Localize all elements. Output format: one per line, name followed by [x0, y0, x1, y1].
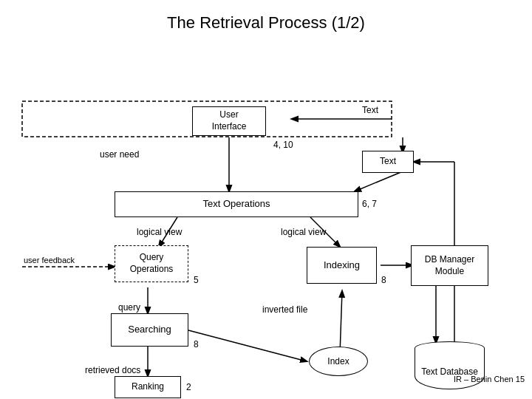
footer-label: IR – Berlin Chen 15 [454, 375, 525, 383]
num-8-index-label: 8 [381, 275, 386, 285]
logical-view-right-label: logical view [281, 227, 326, 237]
svg-line-4 [355, 171, 403, 191]
num-6-7-label: 6, 7 [362, 199, 377, 209]
text-database-cylinder: Text Database [411, 341, 488, 393]
query-operations-box: Query Operations [115, 245, 188, 282]
ranking-box: Ranking [115, 376, 181, 398]
retrieved-docs-label: retrieved docs [85, 365, 140, 375]
query-label: query [118, 302, 140, 313]
db-manager-box: DB Manager Module [411, 245, 488, 286]
num-5-label: 5 [194, 275, 199, 285]
inverted-file-label: inverted file [262, 304, 307, 315]
text-operations-box: Text Operations [115, 191, 358, 217]
text-right-box: Text [362, 151, 414, 173]
logical-view-left-label: logical view [137, 227, 182, 237]
text-top-label: Text [362, 105, 378, 115]
page-title: The Retrieval Process (1/2) [0, 0, 532, 40]
num-2-label: 2 [186, 382, 191, 392]
num-4-10-label: 4, 10 [273, 140, 293, 150]
indexing-box: Indexing [307, 247, 377, 284]
svg-line-9 [340, 291, 342, 354]
num-8-search-label: 8 [194, 339, 199, 349]
user-need-label: user need [100, 149, 139, 160]
user-interface-box: User Interface [192, 106, 266, 136]
svg-line-8 [188, 330, 307, 361]
index-box: Index [309, 347, 368, 376]
searching-box: Searching [111, 313, 188, 347]
user-feedback-label: user feedback [24, 256, 75, 265]
